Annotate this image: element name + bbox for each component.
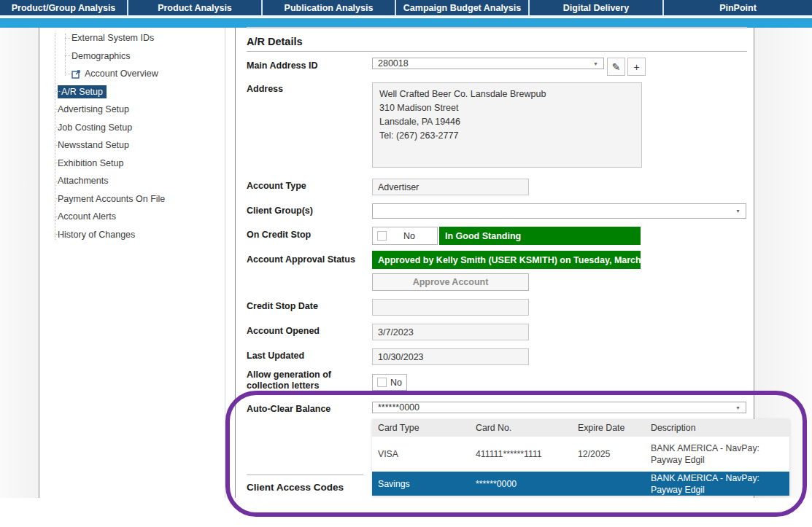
sidebar-item-ar-setup[interactable]: A/R Setup (45, 83, 220, 101)
pencil-icon: ✎ (612, 61, 621, 73)
credit-standing-badge: In Good Standing (439, 227, 641, 245)
chevron-down-icon[interactable]: ▼ (735, 405, 741, 410)
account-type-field: Advertiser (372, 179, 529, 195)
main-address-id-combobox[interactable]: 280018 ▼ (372, 58, 604, 69)
page-left-border (39, 28, 39, 498)
sidebar-item-label: External System IDs (71, 33, 154, 43)
collection-letters-label: Allow generation of collection letters (247, 370, 356, 391)
sidebar-item-demographics[interactable]: Demographics (45, 47, 220, 66)
account-type-label: Account Type (247, 181, 306, 191)
sidebar-item-label: Newsstand Setup (58, 140, 129, 150)
address-box: Well Crafted Beer Co. Lansdale Brewpub 3… (372, 82, 642, 168)
add-address-button[interactable]: + (627, 58, 646, 76)
nav-tab-campaign-budget-analysis[interactable]: Campaign Budget Analysis (396, 0, 530, 15)
column-header: Description (649, 422, 789, 434)
client-access-codes-label: Client Access Codes (247, 482, 344, 493)
sidebar-item-label-selected: A/R Setup (58, 85, 107, 98)
page-title: A/R Details (247, 36, 303, 47)
payment-accounts-dropdown: Card Type Card No. Expire Date Descripti… (372, 419, 789, 496)
last-updated-label: Last Updated (247, 351, 304, 361)
top-nav-bar: Product/Group Analysis Product Analysis … (0, 0, 812, 17)
cell-card-type: VISA (372, 449, 474, 459)
sidebar-item-payment-accounts-on-file[interactable]: Payment Accounts On File (45, 190, 220, 208)
sidebar-item-label: Account Alerts (58, 211, 116, 222)
external-window-icon (71, 69, 81, 79)
sidebar-item-label: Attachments (58, 176, 108, 186)
on-credit-stop-value: No (403, 231, 415, 241)
on-credit-stop-toggle[interactable]: No (372, 227, 438, 245)
sidebar-item-label: Job Costing Setup (58, 122, 132, 133)
cell-card-type: Savings (372, 479, 474, 489)
client-groups-label: Client Group(s) (247, 206, 313, 216)
sidebar-item-account-alerts[interactable]: Account Alerts (45, 208, 220, 226)
sidebar-item-history-of-changes[interactable]: History of Changes (45, 226, 220, 244)
sidebar-item-job-costing-setup[interactable]: Job Costing Setup (45, 119, 220, 137)
cell-description: BANK AMERICA - NavPay: Payway Edgil (649, 472, 789, 496)
column-header: Card No. (474, 423, 576, 433)
sidebar-divider-dark (235, 28, 236, 498)
nav-tab-pinpoint[interactable]: PinPoint (664, 0, 812, 15)
credit-stop-date-field (372, 299, 529, 316)
column-header: Card Type (372, 423, 474, 433)
chevron-down-icon[interactable]: ▼ (735, 208, 741, 214)
cell-description: BANK AMERICA - NavPay: Payway Edgil (649, 442, 789, 466)
account-approval-label: Account Approval Status (247, 254, 355, 265)
auto-clear-balance-combobox[interactable]: ******0000 ▼ (372, 402, 746, 413)
nav-tab-digital-delivery[interactable]: Digital Delivery (530, 0, 664, 15)
cell-card-no: ******0000 (474, 479, 576, 489)
cell-expire-date: 12/2025 (576, 449, 649, 459)
sidebar-divider-light (225, 28, 225, 498)
client-groups-combobox[interactable]: ▼ (372, 203, 746, 219)
collection-letters-value: No (390, 378, 402, 388)
nav-tab-product-group-analysis[interactable]: Product/Group Analysis (0, 0, 128, 15)
sidebar-item-label: Account Overview (85, 69, 158, 79)
approve-account-button[interactable]: Approve Account (372, 273, 529, 291)
sidebar-item-external-system-ids[interactable]: External System IDs (45, 29, 220, 47)
sidebar-item-label: Demographics (71, 51, 131, 61)
plus-icon: + (633, 61, 639, 73)
sidebar-item-label: Payment Accounts On File (58, 194, 165, 204)
chevron-down-icon[interactable]: ▼ (593, 61, 598, 66)
checkbox-icon[interactable] (377, 378, 387, 387)
dropdown-row-visa[interactable]: VISA 411111******1111 12/2025 BANK AMERI… (372, 437, 789, 472)
edit-address-button[interactable]: ✎ (607, 58, 625, 76)
sidebar-item-label: Advertising Setup (58, 104, 129, 114)
main-address-id-label: Main Address ID (247, 60, 317, 71)
account-opened-label: Account Opened (247, 326, 320, 336)
ar-details-panel: A/R Details Main Address ID 280018 ▼ ✎ +… (247, 27, 747, 498)
dropdown-row-savings-selected[interactable]: Savings ******0000 BANK AMERICA - NavPay… (372, 472, 789, 496)
approval-status-badge: Approved by Kelly Smith (USER KSMITH) on… (372, 251, 641, 269)
column-header: Expire Date (576, 423, 649, 433)
last-updated-field: 10/30/2023 (372, 348, 529, 365)
sidebar-item-attachments[interactable]: Attachments (45, 172, 220, 190)
page-left-shadow (0, 28, 39, 498)
checkbox-icon[interactable] (377, 231, 387, 241)
collection-letters-toggle[interactable]: No (372, 374, 407, 391)
main-address-id-value: 280018 (378, 58, 409, 69)
credit-stop-date-label: Credit Stop Date (247, 301, 318, 311)
dropdown-header-row: Card Type Card No. Expire Date Descripti… (372, 419, 789, 437)
section-divider (247, 475, 363, 475)
cell-card-no: 411111******1111 (474, 449, 576, 459)
sidebar-item-account-overview[interactable]: Account Overview (45, 65, 220, 83)
nav-tab-publication-analysis[interactable]: Publication Analysis (263, 0, 396, 15)
on-credit-stop-label: On Credit Stop (247, 230, 311, 240)
sidebar-item-advertising-setup[interactable]: Advertising Setup (45, 101, 220, 119)
title-divider (247, 51, 747, 52)
address-label: Address (247, 84, 283, 94)
sidebar-tree: External System IDs Demographics Account… (45, 29, 220, 243)
sidebar-item-label: History of Changes (58, 230, 135, 240)
auto-clear-balance-label: Auto-Clear Balance (247, 404, 330, 414)
sidebar-item-label: Exhibition Setup (58, 158, 123, 168)
sidebar-item-newsstand-setup[interactable]: Newsstand Setup (45, 136, 220, 155)
auto-clear-balance-value: ******0000 (378, 402, 419, 413)
nav-tab-product-analysis[interactable]: Product Analysis (128, 0, 263, 15)
sidebar-item-exhibition-setup[interactable]: Exhibition Setup (45, 155, 220, 173)
account-opened-field: 3/7/2023 (372, 324, 529, 340)
